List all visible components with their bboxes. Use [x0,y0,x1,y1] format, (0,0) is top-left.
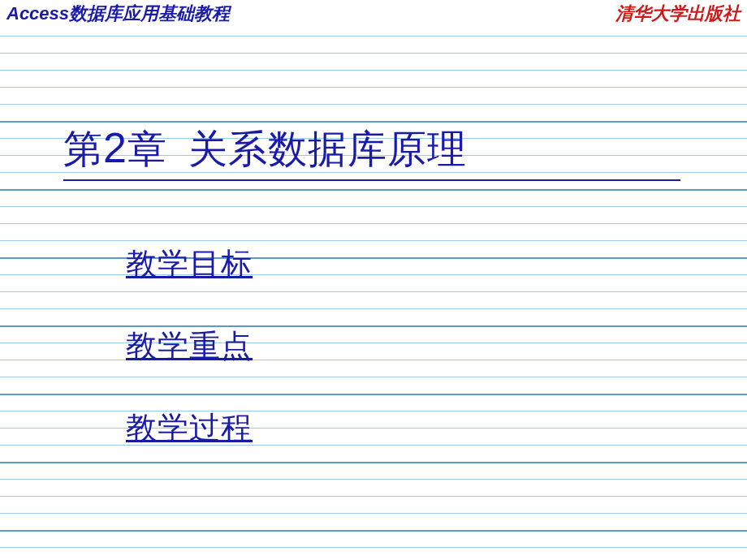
chapter-title: 第2章 关系数据库原理 [63,123,467,182]
link-teaching-focus[interactable]: 教学重点 [126,325,253,367]
chapter-name: 关系数据库原理 [188,127,467,170]
link-teaching-process[interactable]: 教学过程 [126,407,253,449]
title-underline [63,179,680,181]
links-container: 教学目标 教学重点 教学过程 [126,243,253,489]
slide-header: Access数据库应用基础教程 清华大学出版社 [0,0,747,24]
publisher-name: 清华大学出版社 [615,2,741,26]
chapter-number: 2 [103,124,127,171]
chapter-prefix: 第 [63,127,103,170]
book-title: Access数据库应用基础教程 [6,2,230,26]
chapter-suffix: 章 [127,127,167,170]
link-teaching-goal[interactable]: 教学目标 [126,243,253,285]
lined-paper-background [0,24,747,560]
